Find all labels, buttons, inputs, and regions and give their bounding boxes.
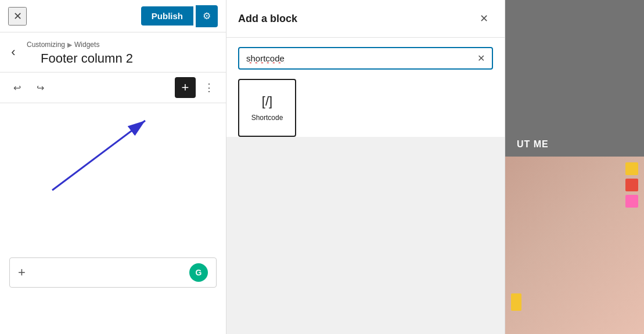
grammarly-button[interactable]: G <box>189 263 208 282</box>
search-clear-button[interactable]: ✕ <box>477 53 485 64</box>
close-button[interactable]: ✕ <box>8 7 27 26</box>
panel-content: + G <box>0 103 226 334</box>
publish-gear-button[interactable]: ⚙ <box>196 5 218 27</box>
search-results: [/] Shortcode <box>226 79 505 137</box>
modal-close-button[interactable]: ✕ <box>474 9 493 28</box>
add-block-icon: + <box>182 80 189 95</box>
clear-icon: ✕ <box>477 53 485 63</box>
sticky-note-red <box>625 179 638 191</box>
redo-button[interactable]: ↪ <box>30 78 50 97</box>
modal-title: Add a block <box>238 13 297 25</box>
panel-title: Footer column 2 <box>27 51 217 66</box>
sticky-note-pink <box>625 195 638 208</box>
modal-header: Add a block ✕ <box>226 0 505 38</box>
top-bar: ✕ Publish ⚙ <box>0 0 226 32</box>
add-content-plus-icon: + <box>18 265 26 280</box>
sidebar: ✕ Publish ⚙ ‹ Customizing ▶ Widgets Foot… <box>0 0 226 334</box>
svg-line-1 <box>52 121 145 190</box>
gear-icon: ⚙ <box>203 10 211 21</box>
shortcode-block-label: Shortcode <box>251 114 283 122</box>
breadcrumb-separator: ▶ <box>67 41 72 49</box>
breadcrumb-part1: Customizing <box>27 41 65 49</box>
publish-button[interactable]: Publish <box>141 6 193 26</box>
modal-search-area: ✕ <box>226 38 505 79</box>
grammarly-label: G <box>196 268 202 277</box>
search-wrapper: ✕ <box>238 47 493 70</box>
sticky-note-bottom-yellow <box>511 293 521 311</box>
site-preview: UT ME <box>505 0 644 334</box>
redo-icon: ↪ <box>37 82 44 93</box>
about-me-label: UT ME <box>517 139 549 150</box>
add-block-modal: Add a block ✕ ✕ [/] Shortcode <box>226 0 505 334</box>
panel-header: ‹ Customizing ▶ Widgets Footer column 2 <box>0 32 226 72</box>
breadcrumb-part2: Widgets <box>74 41 99 49</box>
close-icon: ✕ <box>13 10 22 23</box>
add-block-button[interactable]: + <box>175 77 196 98</box>
publish-area: Publish ⚙ <box>141 5 218 27</box>
back-button[interactable]: ‹ <box>5 43 22 61</box>
shortcode-block-icon: [/] <box>262 94 272 109</box>
shortcode-block-item[interactable]: [/] Shortcode <box>238 79 296 137</box>
breadcrumb: Customizing ▶ Widgets <box>27 41 217 49</box>
arrow-annotation <box>35 109 163 202</box>
back-icon: ‹ <box>11 45 15 60</box>
person-image <box>505 157 644 334</box>
modal-body <box>226 137 505 334</box>
undo-button[interactable]: ↩ <box>7 78 27 97</box>
toolbar: ↩ ↪ + ⋮ <box>0 72 226 103</box>
modal-close-icon: ✕ <box>480 12 488 25</box>
more-options-button[interactable]: ⋮ <box>199 78 219 97</box>
search-input[interactable] <box>246 53 473 63</box>
add-content-block-row[interactable]: + G <box>9 257 217 288</box>
more-icon: ⋮ <box>204 81 214 94</box>
undo-icon: ↩ <box>13 82 21 93</box>
sticky-note-yellow <box>625 162 638 175</box>
